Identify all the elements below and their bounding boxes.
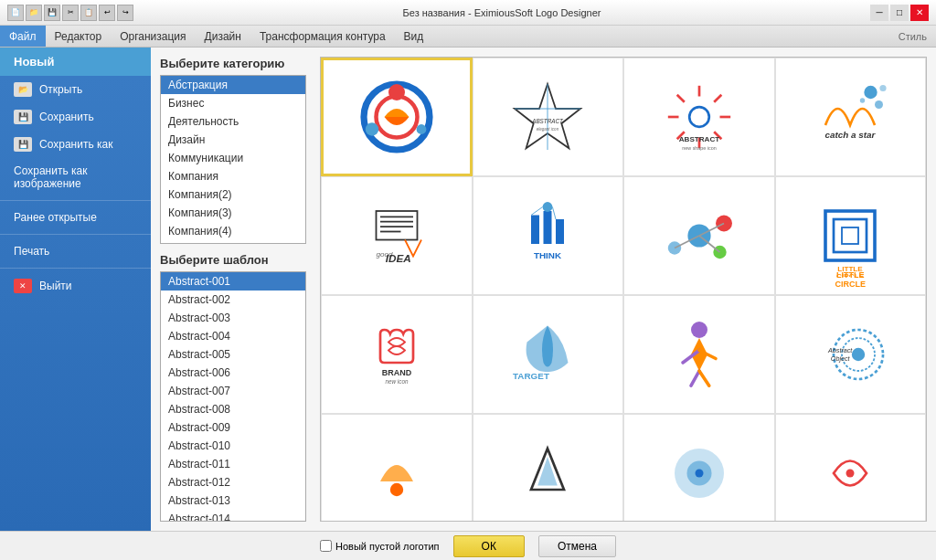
category-list[interactable]: АбстракцияБизнесДеятельностьДизайнКоммун… xyxy=(160,75,306,244)
toolbar-icons: 📄 📁 💾 ✂ 📋 ↩ ↪ xyxy=(7,5,133,21)
template-item[interactable]: Abstract-011 xyxy=(161,455,305,473)
toolbar-icon-7[interactable]: ↪ xyxy=(117,5,133,21)
svg-line-11 xyxy=(714,95,721,102)
logo-cell-12[interactable]: Abstract Object xyxy=(775,295,927,414)
template-item[interactable]: Abstract-006 xyxy=(161,364,305,382)
svg-text:TARGET: TARGET xyxy=(513,371,549,381)
category-item[interactable]: Природа xyxy=(161,240,305,244)
logo-cell-7[interactable] xyxy=(623,176,775,295)
logo-grid-container[interactable]: ABSTRACT elegant icon xyxy=(320,57,927,522)
menu-view[interactable]: Вид xyxy=(395,26,433,47)
sidebar-divider-1 xyxy=(0,200,151,201)
sidebar-item-print[interactable]: Печать xyxy=(0,238,151,264)
logo-cell-10[interactable]: TARGET xyxy=(473,295,624,414)
sidebar-item-save-image[interactable]: Сохранить как изображение xyxy=(0,158,151,196)
close-button[interactable]: ✕ xyxy=(910,5,929,21)
logo-abstract-shape: ABSTRACT new shape icon xyxy=(658,76,740,158)
category-item[interactable]: Компания(3) xyxy=(161,204,305,222)
menu-file[interactable]: Файл xyxy=(0,26,46,47)
sidebar-item-exit[interactable]: ✕ Выйти xyxy=(0,272,151,300)
template-item[interactable]: Abstract-004 xyxy=(161,327,305,345)
template-item[interactable]: Abstract-001 xyxy=(161,272,305,291)
sidebar-item-new[interactable]: Новый xyxy=(0,48,151,76)
logo-cell-15[interactable] xyxy=(623,414,775,522)
template-item[interactable]: Abstract-003 xyxy=(161,309,305,327)
new-empty-logo-checkbox-label[interactable]: Новый пустой логотип xyxy=(320,540,440,552)
maximize-button[interactable]: □ xyxy=(890,5,909,21)
cancel-button[interactable]: Отмена xyxy=(538,535,616,557)
menu-editor[interactable]: Редактор xyxy=(46,26,112,47)
logo-cell-2[interactable]: ABSTRACT elegant icon xyxy=(473,58,624,176)
open-icon: 📂 xyxy=(14,82,32,97)
toolbar-icon-6[interactable]: ↩ xyxy=(99,5,115,21)
logo-abstract-elegant: ABSTRACT elegant icon xyxy=(506,76,589,158)
svg-rect-34 xyxy=(544,211,552,244)
svg-point-3 xyxy=(366,122,378,135)
category-item[interactable]: Компания(2) xyxy=(161,185,305,204)
new-empty-logo-checkbox[interactable] xyxy=(320,540,332,552)
template-item[interactable]: Abstract-002 xyxy=(161,291,305,309)
sidebar-item-save[interactable]: 💾 Сохранить xyxy=(0,103,151,131)
sidebar-item-open[interactable]: 📂 Открыть xyxy=(0,76,151,103)
svg-point-70 xyxy=(695,470,703,478)
category-item[interactable]: Компания xyxy=(161,167,305,185)
template-item[interactable]: Abstract-013 xyxy=(161,491,305,510)
logo-cell-16[interactable] xyxy=(775,414,927,522)
svg-text:ABSTRACT: ABSTRACT xyxy=(531,118,564,124)
template-list[interactable]: Abstract-001Abstract-002Abstract-003Abst… xyxy=(160,271,306,522)
logo-cell-9[interactable]: BRAND new icon xyxy=(321,295,473,414)
category-item[interactable]: Деятельность xyxy=(161,112,305,131)
logo-cell-8[interactable]: LITTLE CIRCLE LITTLE CIRCLE xyxy=(775,176,927,295)
logo-abstract-person xyxy=(658,313,740,396)
logo-cell-13[interactable] xyxy=(321,414,473,522)
logo-cell-3[interactable]: ABSTRACT new shape icon xyxy=(623,58,775,176)
category-item[interactable]: Абстракция xyxy=(161,76,305,94)
minimize-button[interactable]: ─ xyxy=(870,5,888,21)
template-item[interactable]: Abstract-005 xyxy=(161,345,305,364)
logo-cell-6[interactable]: THINK xyxy=(473,176,624,295)
window-title: Без названия - EximiousSoft Logo Designe… xyxy=(133,7,870,18)
logo-think: THINK xyxy=(506,195,589,277)
window-controls: ─ □ ✕ xyxy=(870,5,929,21)
content-area: Выберите категорию АбстракцияБизнесДеяте… xyxy=(151,48,936,531)
svg-text:ABSTRACT: ABSTRACT xyxy=(679,135,719,143)
svg-point-4 xyxy=(416,124,426,134)
category-item[interactable]: Коммуникации xyxy=(161,149,305,167)
category-item[interactable]: Дизайн xyxy=(161,131,305,149)
toolbar-icon-5[interactable]: 📋 xyxy=(80,5,97,21)
svg-point-24 xyxy=(860,98,865,102)
menubar: Файл Редактор Организация Дизайн Трансфо… xyxy=(0,26,936,48)
template-item[interactable]: Abstract-014 xyxy=(161,510,305,522)
svg-point-55 xyxy=(691,322,707,338)
template-item[interactable]: Abstract-012 xyxy=(161,473,305,491)
template-item[interactable]: Abstract-007 xyxy=(161,382,305,400)
template-item[interactable]: Abstract-010 xyxy=(161,437,305,455)
menu-organization[interactable]: Организация xyxy=(111,26,195,47)
category-label: Выберите категорию xyxy=(160,57,311,70)
sidebar-divider-2 xyxy=(0,234,151,235)
logo-cell-4[interactable]: catch a star xyxy=(775,58,927,176)
toolbar-icon-1[interactable]: 📄 xyxy=(7,5,24,21)
svg-text:BRAND: BRAND xyxy=(382,368,412,377)
titlebar: 📄 📁 💾 ✂ 📋 ↩ ↪ Без названия - EximiousSof… xyxy=(0,0,936,26)
template-item[interactable]: Abstract-008 xyxy=(161,400,305,418)
toolbar-icon-4[interactable]: ✂ xyxy=(62,5,79,21)
logo-good-idea: good IDEA xyxy=(356,195,438,277)
sidebar-item-save-as[interactable]: 💾 Сохранить как xyxy=(0,131,151,158)
ok-button[interactable]: ОК xyxy=(453,535,525,557)
menu-transform[interactable]: Трансформация контура xyxy=(250,26,395,47)
svg-line-17 xyxy=(676,95,684,102)
toolbar-icon-3[interactable]: 💾 xyxy=(44,5,60,21)
svg-text:Object: Object xyxy=(831,354,851,363)
toolbar-icon-2[interactable]: 📁 xyxy=(26,5,42,21)
category-item[interactable]: Компания(4) xyxy=(161,222,305,240)
logo-cell-1[interactable] xyxy=(321,58,473,176)
category-item[interactable]: Бизнес xyxy=(161,94,305,112)
sidebar: Новый 📂 Открыть 💾 Сохранить 💾 Сохранить … xyxy=(0,48,151,531)
menu-design[interactable]: Дизайн xyxy=(196,26,250,47)
logo-cell-14[interactable] xyxy=(473,414,624,522)
template-item[interactable]: Abstract-009 xyxy=(161,418,305,437)
logo-cell-5[interactable]: good IDEA xyxy=(321,176,473,295)
logo-cell-11[interactable] xyxy=(623,295,775,414)
sidebar-item-recent[interactable]: Ранее открытые xyxy=(0,205,151,230)
